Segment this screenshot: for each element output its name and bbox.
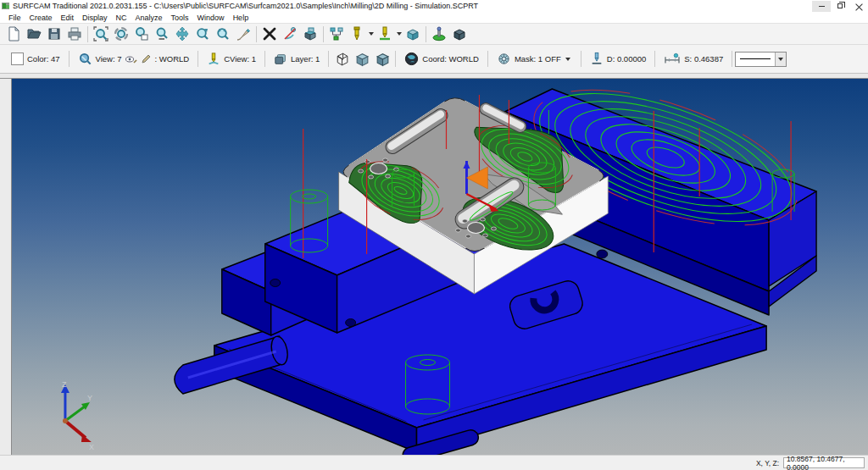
drill-toolpath-button[interactable]	[347, 25, 367, 43]
color-control[interactable]: Color: 47	[5, 47, 66, 71]
line-style-dropdown[interactable]	[775, 53, 786, 66]
work-area: Z Y X	[0, 79, 868, 455]
coord-control[interactable]: Coord: WORLD	[398, 47, 485, 71]
toolpath-manager-button[interactable]	[326, 25, 347, 43]
pencil-icon	[141, 54, 152, 64]
app-icon	[2, 2, 10, 10]
viewport[interactable]: Z Y X	[12, 79, 868, 455]
solid-cube-icon	[452, 26, 467, 41]
transform-3d-button[interactable]	[300, 25, 320, 43]
depth-label: D: 0.00000	[607, 54, 646, 64]
axis-label-y: Y	[87, 394, 92, 402]
line-style-sample	[736, 53, 775, 66]
solid-view-button[interactable]	[449, 25, 470, 43]
shaded-solid-cube-icon	[375, 51, 391, 67]
shaded-edges-mode-button[interactable]	[372, 50, 392, 69]
simulate-icon	[431, 26, 447, 41]
mask-icon	[497, 52, 511, 66]
zoom-extents-button[interactable]	[91, 25, 111, 43]
toolbar-separator	[732, 51, 732, 67]
drill-tool-icon	[349, 26, 364, 41]
mask-control[interactable]: Mask: 1 OFF	[491, 47, 578, 71]
zoom-window-button[interactable]	[131, 25, 152, 43]
pocket-toolpath-button[interactable]	[375, 25, 395, 43]
axis-label-z: Z	[62, 380, 67, 389]
xyz-readout: 10.8567, 10.4677, 0.0000	[783, 457, 865, 468]
layer-label: Layer: 1	[291, 54, 320, 64]
cview-control[interactable]: CView: 1	[201, 47, 262, 71]
pan-button[interactable]	[172, 25, 192, 43]
cview-tool-icon	[207, 53, 220, 66]
toolbar-separator	[256, 26, 257, 42]
pan-icon	[175, 26, 190, 41]
print-button[interactable]	[64, 25, 85, 43]
zoom-in-button[interactable]	[192, 25, 213, 43]
close-icon	[855, 3, 862, 9]
menu-display[interactable]: Display	[78, 14, 112, 22]
toolbar-separator	[328, 51, 329, 67]
menu-tools[interactable]: Tools	[167, 14, 193, 22]
delete-x-icon	[262, 26, 277, 41]
step-label: S: 0.46387	[684, 54, 723, 64]
layer-control[interactable]: Layer: 1	[268, 47, 326, 71]
zoom-rotate-button[interactable]	[111, 25, 131, 43]
open-file-button[interactable]	[24, 25, 44, 43]
zoom-out-button[interactable]	[152, 25, 172, 43]
menu-file[interactable]: File	[4, 14, 25, 22]
status-bar: X, Y, Z: 10.8567, 10.4677, 0.0000	[0, 455, 868, 470]
drill-toolpath-dropdown[interactable]	[367, 25, 375, 43]
view-control[interactable]: View: 7 : WORLD	[72, 47, 196, 71]
view-icon	[78, 52, 92, 66]
toolbar-separator	[69, 51, 70, 67]
xyz-label: X, Y, Z:	[756, 459, 779, 467]
wireframe-mode-button[interactable]	[331, 50, 352, 69]
zoom-previous-button[interactable]	[213, 25, 233, 43]
axis-triad: Z Y X	[61, 380, 94, 451]
mask-label: Mask: 1 OFF	[515, 54, 561, 64]
menu-create[interactable]: Create	[25, 14, 57, 22]
restore-icon	[837, 3, 843, 8]
axis-label-x: X	[89, 443, 94, 451]
save-file-button[interactable]	[44, 25, 64, 43]
pocket-toolpath-dropdown[interactable]	[395, 25, 403, 43]
menu-nc[interactable]: NC	[112, 14, 131, 22]
toolbar-separator	[264, 51, 265, 67]
depth-tool-icon	[590, 52, 604, 66]
depth-control[interactable]: D: 0.00000	[584, 47, 652, 71]
stock-define-button[interactable]	[403, 25, 423, 43]
menu-window[interactable]: Window	[193, 14, 229, 22]
line-style-combobox[interactable]	[735, 52, 787, 67]
toolbar-separator	[323, 26, 324, 42]
minimize-button[interactable]	[812, 1, 831, 12]
cview-label: CView: 1	[224, 54, 256, 64]
mask-dropdown[interactable]	[565, 50, 572, 69]
new-file-icon	[6, 26, 21, 41]
toolbar-separator	[487, 51, 488, 67]
step-caliper-icon	[664, 53, 681, 66]
minimize-icon	[819, 6, 825, 7]
menu-analyze[interactable]: Analyze	[131, 14, 167, 22]
pocket-tool-icon	[377, 26, 392, 41]
menu-edit[interactable]: Edit	[57, 14, 79, 22]
new-file-button[interactable]	[3, 25, 24, 43]
shaded-mode-button[interactable]	[352, 50, 372, 69]
break-button[interactable]	[280, 25, 300, 43]
wireframe-cube-icon	[334, 51, 350, 67]
shaded-cube-icon	[354, 51, 370, 67]
zoom-in-icon	[195, 26, 210, 41]
redraw-button[interactable]	[233, 25, 253, 43]
color-label: Color: 47	[27, 54, 60, 64]
restore-button[interactable]	[831, 1, 849, 12]
viewport-3d-scene[interactable]: Z Y X	[12, 79, 867, 455]
menu-help[interactable]: Help	[229, 14, 253, 22]
redraw-brush-icon	[236, 26, 251, 41]
close-button[interactable]	[849, 1, 868, 12]
zoom-extents-icon	[93, 26, 108, 41]
step-control[interactable]: S: 0.46387	[658, 47, 729, 71]
toolbar-separator	[426, 26, 426, 42]
simulate-button[interactable]	[429, 25, 449, 43]
coord-label: Coord: WORLD	[422, 54, 479, 64]
title-bar: SURFCAM Traditional 2021.0.2031.155 - C:…	[0, 0, 868, 12]
color-swatch[interactable]	[11, 53, 24, 65]
delete-button[interactable]	[259, 25, 280, 43]
